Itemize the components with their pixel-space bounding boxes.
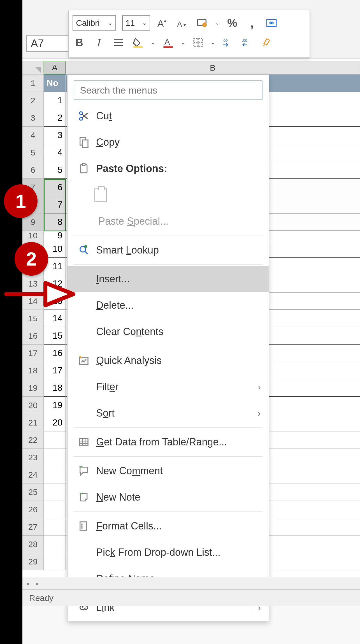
row-header[interactable]: 15 (22, 310, 44, 327)
cell[interactable]: 9 (44, 231, 66, 240)
menu-clear-contents[interactable]: Clear Contents (68, 318, 269, 345)
horizontal-scrollbar[interactable]: ◂ ▸ (22, 577, 360, 589)
cell[interactable]: 14 (44, 310, 66, 327)
font-name-combo[interactable]: Calibri⌄ (73, 15, 116, 31)
decrease-font-icon[interactable]: A▾ (176, 16, 189, 30)
row-header[interactable]: 18 (22, 362, 44, 379)
fill-color-icon[interactable] (131, 36, 145, 49)
menu-cut[interactable]: Cut (68, 103, 269, 129)
name-box[interactable]: A7 (26, 35, 68, 52)
menu-search-input[interactable] (80, 85, 256, 96)
menu-item-label: Filter (96, 381, 258, 393)
increase-decimal-icon[interactable]: .00 (221, 36, 235, 49)
row-header[interactable]: 20 (22, 397, 44, 414)
column-header-b[interactable]: B (66, 61, 360, 75)
cell[interactable]: 17 (44, 362, 66, 379)
row-header[interactable]: 26 (22, 501, 44, 518)
chevron-down-icon[interactable]: ⌄ (151, 39, 155, 46)
cell[interactable]: 7 (44, 196, 66, 213)
menu-copy[interactable]: Copy (68, 129, 269, 155)
cell[interactable]: 15 (44, 327, 66, 345)
cell[interactable]: 20 (44, 414, 66, 431)
cell[interactable] (44, 449, 66, 466)
row-header[interactable]: 27 (22, 518, 44, 536)
italic-icon[interactable]: I (92, 36, 106, 49)
menu-new-note[interactable]: + New Note (68, 484, 269, 510)
menu-quick-analysis[interactable]: Quick Analysis (68, 347, 269, 374)
cell[interactable] (44, 483, 66, 501)
cell[interactable] (44, 518, 66, 536)
menu-divider (74, 512, 263, 512)
comma-icon[interactable]: , (245, 16, 259, 30)
format-painter-icon[interactable] (261, 36, 274, 49)
menu-pick-list[interactable]: Pick From Drop-down List... (68, 539, 269, 566)
row-header[interactable]: 25 (22, 483, 44, 501)
row-header[interactable]: 3 (22, 109, 44, 127)
row-header[interactable]: 24 (22, 466, 44, 483)
font-size-combo[interactable]: 11⌄ (122, 15, 150, 31)
increase-font-icon[interactable]: A▴ (156, 16, 170, 30)
row-header[interactable]: 2 (22, 92, 44, 109)
accounting-format-icon[interactable] (196, 16, 209, 30)
cell[interactable]: No (44, 75, 66, 92)
font-color-icon[interactable]: A (161, 36, 175, 49)
chevron-down-icon: ⌄ (108, 19, 113, 27)
chevron-down-icon[interactable]: ⌄ (181, 39, 185, 46)
cell[interactable]: 18 (44, 379, 66, 397)
scroll-right-icon[interactable]: ▸ (32, 579, 43, 588)
chevron-down-icon[interactable]: ⌄ (211, 39, 215, 46)
cell[interactable] (44, 553, 66, 570)
cell[interactable] (44, 466, 66, 483)
menu-sort[interactable]: Sort › (68, 400, 269, 426)
table-icon (75, 436, 92, 448)
row-header[interactable]: 1 (22, 75, 44, 92)
mini-toolbar: Calibri⌄ 11⌄ A▴ A▾ ⌄ % , B I ⌄ A ⌄ ⌄ .00… (68, 10, 310, 58)
decrease-decimal-icon[interactable]: .00 (241, 36, 254, 49)
cell[interactable]: 1 (44, 92, 66, 109)
row-header[interactable]: 22 (22, 431, 44, 449)
cell[interactable]: 8 (44, 213, 66, 231)
menu-format-cells[interactable]: Format Cells... (68, 513, 269, 539)
column-header-a[interactable]: A (44, 61, 66, 75)
cell[interactable]: 5 (44, 161, 66, 179)
row-header[interactable]: 19 (22, 379, 44, 397)
row-header[interactable]: 5 (22, 144, 44, 161)
row-header[interactable]: 23 (22, 449, 44, 466)
menu-insert[interactable]: Insert... (68, 266, 269, 292)
cell[interactable]: 2 (44, 109, 66, 127)
menu-filter[interactable]: Filter › (68, 374, 269, 400)
annotation-badge-1: 1 (4, 184, 38, 218)
select-all-corner[interactable] (22, 61, 44, 75)
percent-icon[interactable]: % (226, 16, 239, 30)
borders-icon[interactable] (191, 36, 205, 49)
chevron-down-icon[interactable]: ⌄ (215, 20, 219, 26)
cell[interactable]: 16 (44, 345, 66, 362)
align-icon[interactable] (112, 36, 125, 49)
menu-delete[interactable]: Delete... (68, 292, 269, 318)
row-header[interactable]: 17 (22, 345, 44, 362)
cell[interactable] (44, 536, 66, 553)
scroll-left-icon[interactable]: ◂ (22, 579, 32, 588)
svg-text:+: + (79, 492, 83, 497)
menu-search[interactable] (74, 80, 263, 100)
menu-smart-lookup[interactable]: Smart Lookup (68, 237, 269, 263)
row-header[interactable]: 28 (22, 536, 44, 553)
row-header[interactable]: 16 (22, 327, 44, 345)
svg-point-27 (81, 526, 83, 527)
row-header[interactable]: 4 (22, 127, 44, 144)
menu-get-data[interactable]: Get Data from Table/Range... (68, 429, 269, 455)
row-header[interactable]: 6 (22, 161, 44, 179)
cell[interactable] (44, 501, 66, 518)
cell[interactable]: 19 (44, 397, 66, 414)
svg-text:▾: ▾ (184, 22, 186, 28)
cell[interactable] (44, 431, 66, 449)
cell[interactable]: 4 (44, 144, 66, 161)
menu-new-comment[interactable]: + New Comment (68, 458, 269, 484)
row-header[interactable]: 29 (22, 553, 44, 570)
row-header[interactable]: 10 (22, 231, 44, 240)
merge-center-icon[interactable] (265, 16, 278, 30)
cell[interactable]: 3 (44, 127, 66, 144)
bold-icon[interactable]: B (73, 36, 86, 49)
row-header[interactable]: 21 (22, 414, 44, 431)
cell[interactable]: 6 (44, 179, 66, 196)
